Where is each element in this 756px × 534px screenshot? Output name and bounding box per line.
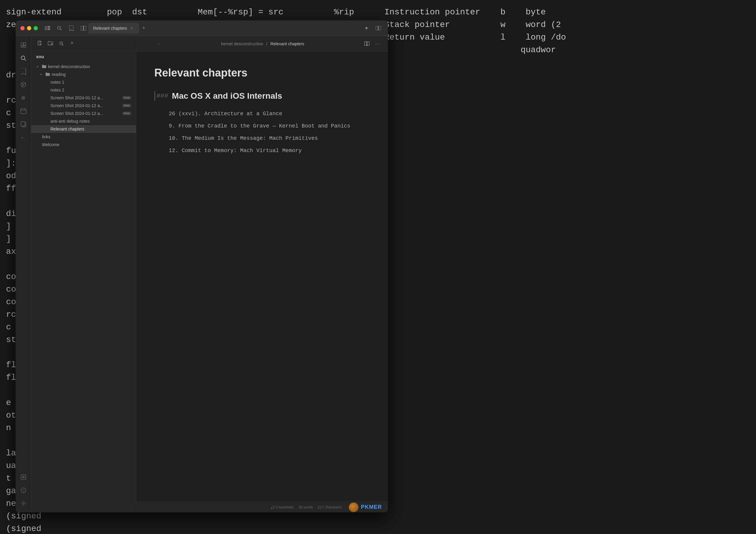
file-relevant-chapters[interactable]: Relevant chapters <box>31 125 136 133</box>
bookmarks-sidebar-icon[interactable] <box>18 66 29 77</box>
calendar-sidebar-icon[interactable] <box>18 106 29 116</box>
section-heading-0: Mac OS X and iOS Internals <box>172 91 282 101</box>
file-tree-toolbar: × <box>31 36 136 50</box>
list-item: 10. The Medium Is the Message: Mach Prim… <box>169 134 370 142</box>
backlinks-icon <box>271 505 275 509</box>
file-tree: ▼ kernel desconstruction ▼ <box>31 62 136 512</box>
files-icon[interactable] <box>18 39 29 50</box>
folder-reading[interactable]: ▼ reading <box>31 70 136 78</box>
note-nav-right: ⋯ <box>363 39 382 48</box>
svg-rect-8 <box>376 26 378 30</box>
file-links[interactable]: links <box>31 133 136 141</box>
help-icon[interactable]: ? <box>18 485 29 496</box>
split-view-icon[interactable] <box>373 23 383 33</box>
breadcrumb-parent-link[interactable]: kernel desconstruction <box>221 41 263 46</box>
sidebar-toggle-icon[interactable] <box>42 23 52 33</box>
svg-text:?: ? <box>22 489 24 492</box>
file-notes-1[interactable]: notes 1 <box>31 78 136 86</box>
list-item: 9. From the Cradle to the Grave — Kernel… <box>169 122 370 130</box>
svg-point-14 <box>21 56 25 60</box>
file-notes-2[interactable]: notes 2 <box>31 86 136 94</box>
char-count-status: 217 characters <box>318 505 342 509</box>
file-label: Relevant chapters <box>50 127 84 131</box>
breadcrumb-separator: / <box>266 41 267 46</box>
svg-line-5 <box>60 29 62 30</box>
chevron-down-icon: ▼ <box>36 65 40 68</box>
pkmer-logo[interactable]: PKMER <box>349 502 382 512</box>
note-title: Relevant chapters <box>154 66 370 79</box>
extensions-sidebar-icon[interactable]: ⊕ <box>18 92 29 103</box>
svg-rect-1 <box>47 26 50 27</box>
tab-bar: Relevant chapters × + <box>88 23 359 34</box>
folder-kernel-desconstruction[interactable]: ▼ kernel desconstruction <box>31 63 136 70</box>
file-label: links <box>42 134 50 139</box>
svg-line-23 <box>22 85 23 87</box>
tab-relevant-chapters[interactable]: Relevant chapters × <box>88 23 139 34</box>
chapter-list: 26 (xxvi). Architecture at a Glance 9. F… <box>154 110 370 155</box>
file-screenshot-1[interactable]: Screen Shot 2024-01-12 a... PNG <box>31 94 136 102</box>
vault-name: xnu <box>31 50 136 62</box>
terminal-sidebar-icon[interactable]: >_ <box>18 132 29 143</box>
svg-point-4 <box>58 26 61 29</box>
svg-rect-7 <box>84 26 86 31</box>
png-badge: PNG <box>122 96 131 100</box>
new-folder-icon[interactable] <box>47 39 54 47</box>
png-badge: PNG <box>122 104 131 107</box>
backlinks-count: 0 backlinks <box>276 505 294 509</box>
maximize-button[interactable] <box>34 26 38 30</box>
file-screenshot-2[interactable]: Screen Shot 2024-01-12 a... PNG <box>31 102 136 110</box>
search-icon[interactable] <box>55 23 64 33</box>
file-label: Welcome <box>42 142 60 147</box>
bookmark-icon[interactable] <box>67 23 76 33</box>
graph-sidebar-icon[interactable] <box>18 79 29 90</box>
backlinks-status[interactable]: 0 backlinks <box>271 505 294 509</box>
file-screenshot-3[interactable]: Screen Shot 2024-01-12 a... PNG <box>31 110 136 117</box>
reading-mode-icon[interactable] <box>363 39 371 48</box>
more-options-icon[interactable]: ⋯ <box>373 39 382 48</box>
file-label: Screen Shot 2024-01-12 a... <box>50 103 103 108</box>
copy-sidebar-icon[interactable] <box>18 119 29 130</box>
breadcrumb-current: Relevant chapters <box>270 41 304 46</box>
chevron-down-icon: ▼ <box>40 73 44 76</box>
new-tab-button[interactable]: + <box>140 24 148 32</box>
forward-button[interactable]: → <box>154 39 163 48</box>
svg-rect-3 <box>47 29 50 30</box>
svg-rect-9 <box>379 26 381 30</box>
breadcrumb: kernel desconstruction / Relevant chapte… <box>166 41 359 46</box>
title-bar-right: ▾ <box>362 23 383 33</box>
svg-rect-29 <box>21 121 25 126</box>
list-item: 12. Commit to Memory: Mach Virtual Memor… <box>169 147 370 155</box>
settings-icon[interactable] <box>18 498 29 509</box>
file-welcome[interactable]: Welcome <box>31 141 136 148</box>
close-tree-icon[interactable]: × <box>68 39 76 47</box>
window-controls <box>20 26 38 30</box>
svg-rect-24 <box>21 109 26 114</box>
back-button[interactable]: ← <box>142 39 151 48</box>
folder-icon <box>46 72 50 77</box>
close-button[interactable] <box>20 26 25 30</box>
svg-line-15 <box>24 59 26 61</box>
folder-label: kernel desconstruction <box>48 64 90 69</box>
title-bar-icons <box>42 23 88 33</box>
layout-icon[interactable] <box>79 23 88 33</box>
new-note-icon[interactable] <box>36 39 43 47</box>
search-sidebar-icon[interactable] <box>18 53 29 64</box>
word-count: 38 words <box>298 505 313 509</box>
svg-rect-0 <box>45 26 47 30</box>
file-tree-panel: × xnu ▼ kernel desconstruction ▼ <box>31 36 136 512</box>
chevron-down-icon[interactable]: ▾ <box>362 23 371 33</box>
pkmer-avatar <box>349 502 359 512</box>
content-area: ⊕ >_ <box>15 36 388 512</box>
minimize-button[interactable] <box>27 26 31 30</box>
svg-rect-12 <box>21 46 23 47</box>
svg-rect-2 <box>47 28 50 29</box>
folder-label: reading <box>52 72 66 77</box>
sort-icon[interactable] <box>58 39 65 47</box>
file-label: Screen Shot 2024-01-12 a... <box>50 95 103 100</box>
pkmer-text: PKMER <box>361 504 382 510</box>
vault-icon[interactable] <box>18 471 29 482</box>
hash-icon: ### <box>156 92 169 100</box>
file-anti-debug[interactable]: anti-anti debug notes <box>31 117 136 125</box>
svg-point-32 <box>23 477 24 477</box>
tab-close-icon[interactable]: × <box>129 26 134 31</box>
